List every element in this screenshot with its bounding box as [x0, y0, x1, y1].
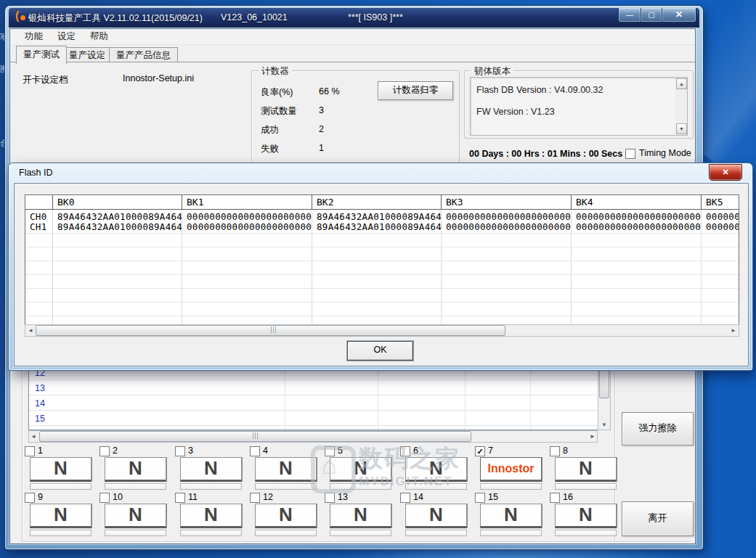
port-number-label: 12 — [263, 492, 273, 502]
port-status-display: N — [555, 504, 617, 528]
firmware-scrollbar[interactable]: ▲ ▼ — [675, 78, 686, 134]
minimize-button[interactable]: — — [618, 8, 641, 22]
elapsed-time-text: 00 Days : 00 Hrs : 01 Mins : 00 Secs — [469, 149, 622, 159]
table-cell: 0000000000000000000000 — [187, 221, 312, 232]
port-status-display: N — [30, 504, 92, 528]
watermark-title: 数码之家 — [359, 443, 460, 475]
port-checkbox[interactable] — [175, 493, 185, 503]
menu-bar: 功能设定帮助 — [10, 29, 695, 45]
port-status-display: N — [30, 457, 92, 482]
table-column-header: BK2 — [317, 197, 333, 208]
scroll-down-icon[interactable]: ▼ — [676, 123, 687, 134]
port-checkbox[interactable]: ✓ — [475, 446, 485, 456]
dialog-close-button[interactable]: ✕ — [709, 164, 742, 181]
list-row-number: 13 — [35, 383, 45, 393]
port-checkbox[interactable] — [250, 493, 260, 503]
port-progress-bar — [30, 483, 92, 490]
main-window-titlebar[interactable]: ( 银灿科技量产工具 V2.11.02.11(2015/09/21) V123_… — [9, 8, 699, 28]
table-column-header: BK4 — [576, 197, 593, 208]
scroll-right-icon[interactable]: ► — [590, 433, 596, 440]
device-list[interactable]: 12131415 — [28, 364, 611, 430]
group-border-left — [22, 364, 23, 541]
port-checkbox[interactable] — [25, 493, 35, 503]
port-status-display: N — [255, 457, 317, 482]
desktop-icon-fragment: 图 — [0, 64, 5, 75]
timing-mode-checkbox[interactable] — [625, 149, 635, 159]
port-progress-bar — [555, 530, 617, 536]
port-status-display: Innostor — [480, 457, 542, 482]
port-number-label: 8 — [563, 446, 568, 456]
counter-row-label: 失败 — [261, 143, 279, 155]
counter-row-value: 2 — [319, 124, 324, 134]
dialog-titlebar[interactable]: Flash ID ✕ — [9, 163, 752, 182]
scroll-right-icon[interactable]: ► — [731, 327, 736, 334]
window-title-chip: ***[ IS903 ]*** — [348, 12, 403, 22]
device-list-vscrollbar[interactable]: ▼ — [598, 364, 611, 430]
close-button[interactable]: ✕ — [662, 8, 696, 22]
port-checkbox[interactable] — [250, 446, 260, 456]
tab-2[interactable]: 量产设定 — [62, 47, 113, 62]
port-status-display: N — [105, 457, 166, 482]
group-border-bottom — [22, 541, 691, 542]
dialog-title: Flash ID — [19, 168, 53, 178]
table-column-separator — [52, 195, 53, 209]
port-checkbox[interactable] — [25, 446, 35, 456]
table-column-separator — [312, 195, 312, 209]
app-logo-icon: ( — [15, 12, 26, 23]
table-cell: 0000000000000000000000 — [576, 211, 701, 222]
desktop: 军 图 合 ( 银灿科技量产工具 V2.11.02.11(2015/09/21)… — [0, 0, 756, 558]
table-column-header: BK1 — [187, 197, 203, 208]
flash-id-table[interactable]: BK0BK1BK2BK3BK4BK5 CH089A46432AA01000089… — [25, 194, 739, 325]
table-column-separator — [701, 195, 702, 209]
tab-1[interactable]: 量产测试 — [16, 46, 67, 64]
port-checkbox[interactable] — [475, 493, 485, 503]
firmware-group-title: 韧体版本 — [471, 65, 513, 78]
port-number-label: 16 — [563, 492, 573, 502]
port-progress-bar — [255, 483, 317, 490]
watermark: 数码之家 MYDIGIT.NET — [309, 443, 476, 509]
port-number-label: 9 — [38, 492, 43, 502]
menu-item[interactable]: 帮助 — [83, 29, 115, 44]
counter-group-title: 计数器 — [259, 65, 292, 78]
table-cell: 89A46432AA01000089A464 — [317, 221, 442, 232]
scroll-up-icon[interactable]: ▲ — [676, 78, 687, 89]
port-checkbox[interactable] — [99, 493, 110, 503]
flash-id-dialog: Flash ID ✕ BK0BK1BK2BK3BK4BK5 CH089A4643… — [9, 163, 752, 370]
table-cell: 0000000000000000000000 — [446, 211, 571, 222]
counter-row-value: 3 — [319, 105, 324, 115]
desktop-icon-fragment: 合 — [0, 138, 5, 149]
maximize-button[interactable]: ▢ — [641, 8, 662, 22]
port-number-label: 7 — [488, 446, 493, 456]
force-erase-button[interactable]: 强力擦除 — [622, 412, 694, 446]
port-number-label: 3 — [188, 446, 193, 456]
device-list-hscrollbar[interactable]: ◄ ► — [28, 430, 598, 443]
table-column-separator — [182, 195, 182, 209]
list-row-number: 15 — [35, 414, 45, 424]
table-hscrollbar[interactable]: ◄ ► — [25, 324, 739, 337]
ok-button[interactable]: OK — [347, 341, 413, 361]
scroll-left-icon[interactable]: ◄ — [28, 327, 33, 334]
counter-row-label: 成功 — [261, 124, 279, 136]
menu-item[interactable]: 设定 — [50, 29, 83, 44]
table-column-separator — [571, 195, 572, 209]
port-progress-bar — [255, 530, 317, 536]
menu-item[interactable]: 功能 — [17, 29, 50, 44]
tab-3[interactable]: 量产产品信息 — [109, 47, 178, 62]
table-column-header: BK3 — [446, 197, 463, 208]
port-checkbox[interactable] — [99, 446, 110, 456]
exit-button[interactable]: 离开 — [622, 501, 694, 536]
table-cell: 0000000000000000000000 — [706, 221, 739, 232]
firmware-line: FW Version : V1.23 — [476, 107, 555, 117]
port-progress-bar — [555, 483, 617, 490]
timing-mode-label: Timing Mode — [639, 148, 691, 158]
port-progress-bar — [105, 483, 166, 490]
port-checkbox[interactable] — [550, 493, 560, 503]
counter-reset-button[interactable]: 计数器归零 — [378, 81, 453, 100]
port-checkbox[interactable] — [175, 446, 185, 456]
port-checkbox[interactable] — [550, 446, 560, 456]
scroll-down-icon[interactable]: ▼ — [598, 422, 610, 428]
scroll-left-icon[interactable]: ◄ — [31, 433, 36, 440]
port-number-label: 2 — [113, 446, 118, 456]
port-number-label: 4 — [263, 446, 268, 456]
port-number-label: 10 — [113, 492, 123, 502]
